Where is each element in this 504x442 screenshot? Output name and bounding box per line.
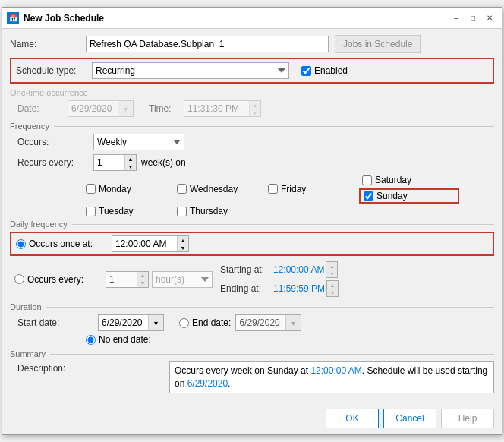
occurs-once-spinner-buttons: ▲ ▼ xyxy=(177,236,188,251)
thursday-checkbox-label: Thursday xyxy=(177,206,268,216)
window-controls: – □ ✕ xyxy=(449,11,497,25)
occurs-once-time-spinner: ▲ ▼ xyxy=(112,235,189,252)
daily-frequency-section: Occurs once at: ▲ ▼ Occurs every: xyxy=(10,232,494,299)
recurs-row: Recurs every: ▲ ▼ week(s) on xyxy=(17,154,494,171)
close-button[interactable]: ✕ xyxy=(482,11,497,25)
ok-button[interactable]: OK xyxy=(326,409,379,428)
sunday-checkbox-label: Sunday xyxy=(364,191,455,201)
time-up-button: ▲ xyxy=(250,101,260,109)
ending-label: Ending at: xyxy=(220,283,273,294)
starting-ending-section: Starting at: 12:00:00 AM ▲ ▼ Ending at: … xyxy=(220,261,339,297)
starting-value: 12:00:00 AM xyxy=(273,264,324,275)
tuesday-checkbox[interactable] xyxy=(86,207,96,216)
one-time-row: Date: ▾ Time: ▲ ▼ xyxy=(17,100,494,117)
saturday-wrap: Saturday xyxy=(359,174,459,186)
sunday-checkbox[interactable] xyxy=(364,191,373,201)
summary-row: Description: Occurs every week on Sunday… xyxy=(10,361,494,393)
title-bar: 📅 New Job Schedule – □ ✕ xyxy=(2,8,502,29)
start-date-input[interactable] xyxy=(99,315,148,330)
occurs-once-time-input[interactable] xyxy=(112,236,177,251)
ending-up-button: ▲ xyxy=(327,281,338,289)
daily-frequency-section-header: Daily frequency xyxy=(10,219,494,229)
occurs-label: Occurs: xyxy=(17,137,93,147)
occurs-every-spinner-buttons: ▲ ▼ xyxy=(137,272,148,287)
occurs-once-radio-label: Occurs once at: xyxy=(16,238,107,249)
friday-checkbox-label: Friday xyxy=(268,184,359,194)
starting-row: Starting at: 12:00:00 AM ▲ ▼ xyxy=(220,261,339,278)
starting-up-button: ▲ xyxy=(326,262,337,270)
end-date-spinner: ▾ xyxy=(235,314,301,331)
description-blue2: 6/29/2020 xyxy=(187,378,228,389)
enabled-label: Enabled xyxy=(314,65,348,76)
time-input xyxy=(184,101,249,116)
date-calendar-button: ▾ xyxy=(118,101,133,116)
jobs-in-schedule-button[interactable]: Jobs in Schedule xyxy=(335,35,421,53)
occurs-once-up-button[interactable]: ▲ xyxy=(178,236,188,244)
enabled-checkbox[interactable] xyxy=(301,66,311,76)
time-label: Time: xyxy=(149,103,179,114)
restore-button[interactable]: □ xyxy=(465,11,480,25)
description-blue1: 12:00:00 AM xyxy=(310,365,361,376)
time-down-button: ▼ xyxy=(250,109,260,116)
saturday-checkbox[interactable] xyxy=(362,175,372,185)
friday-checkbox[interactable] xyxy=(268,184,278,194)
sat-sun-col: Saturday Sunday xyxy=(359,174,459,204)
footer: OK Cancel Help xyxy=(2,404,502,434)
starting-spinner-buttons: ▲ ▼ xyxy=(326,261,338,278)
schedule-type-label: Schedule type: xyxy=(16,65,92,76)
thursday-checkbox[interactable] xyxy=(177,207,187,216)
occurs-every-down-button: ▼ xyxy=(137,279,148,287)
description-label: Description: xyxy=(17,361,93,374)
occurs-once-radio[interactable] xyxy=(16,239,26,249)
wednesday-checkbox-label: Wednesday xyxy=(177,184,268,194)
monday-checkbox[interactable] xyxy=(86,184,96,194)
saturday-checkbox-label: Saturday xyxy=(362,175,456,185)
wednesday-checkbox[interactable] xyxy=(177,184,187,194)
day-row-1: Monday Wednesday Friday Saturday xyxy=(86,174,494,204)
date-spinner: ▾ xyxy=(68,100,134,117)
description-box: Occurs every week on Sunday at 12:00:00 … xyxy=(169,361,494,393)
occurs-every-spinner: ▲ ▼ xyxy=(106,271,149,288)
occurs-once-down-button[interactable]: ▼ xyxy=(178,244,188,251)
occurs-once-row: Occurs once at: ▲ ▼ xyxy=(10,232,494,256)
end-date-calendar-button: ▾ xyxy=(285,315,301,330)
occurs-every-row: Occurs every: ▲ ▼ hour(s) Starting at: 1… xyxy=(10,259,494,299)
ending-row: Ending at: 11:59:59 PM ▲ ▼ xyxy=(220,280,339,297)
schedule-type-box: Schedule type: Recurring One time Enable… xyxy=(10,58,494,84)
minimize-button[interactable]: – xyxy=(449,11,464,25)
duration-row1: Start date: ▾ End date: ▾ xyxy=(10,314,494,331)
schedule-type-select[interactable]: Recurring One time xyxy=(92,62,289,79)
help-button[interactable]: Help xyxy=(441,409,494,428)
end-date-input xyxy=(236,315,285,330)
window-icon: 📅 xyxy=(7,12,19,24)
name-input[interactable] xyxy=(86,36,329,52)
occurs-every-input xyxy=(106,272,137,287)
start-date-calendar-button[interactable]: ▾ xyxy=(148,315,163,330)
time-spinner-buttons: ▲ ▼ xyxy=(249,101,260,116)
one-time-section-header: One-time occurrence xyxy=(10,88,494,97)
end-date-radio[interactable] xyxy=(179,318,189,328)
summary-section-header: Summary xyxy=(10,349,494,358)
no-end-date-radio[interactable] xyxy=(86,335,96,345)
date-label: Date: xyxy=(17,103,63,114)
description-text3: . xyxy=(228,378,230,389)
recurs-spinner: ▲ ▼ xyxy=(93,154,137,171)
date-input xyxy=(68,101,118,116)
start-date-spinner: ▾ xyxy=(98,314,164,331)
ending-down-button: ▼ xyxy=(327,289,338,296)
form-content: Name: Jobs in Schedule Schedule type: Re… xyxy=(2,29,502,404)
schedule-type-row: Schedule type: Recurring One time Enable… xyxy=(16,62,488,79)
recurs-down-button[interactable]: ▼ xyxy=(125,163,136,170)
ending-value: 11:59:59 PM xyxy=(273,283,325,294)
recurs-up-button[interactable]: ▲ xyxy=(125,155,136,163)
name-row: Name: Jobs in Schedule xyxy=(10,35,494,53)
enabled-checkbox-row: Enabled xyxy=(301,65,348,76)
recurs-spinner-buttons: ▲ ▼ xyxy=(124,155,136,170)
occurs-every-radio[interactable] xyxy=(14,274,24,284)
occurs-select[interactable]: Weekly Daily Monthly xyxy=(93,134,184,150)
tuesday-checkbox-label: Tuesday xyxy=(86,206,177,216)
recurs-input[interactable] xyxy=(94,155,124,170)
cancel-button[interactable]: Cancel xyxy=(383,409,436,428)
description-text1: Occurs every week on Sunday at xyxy=(175,365,310,376)
duration-section-header: Duration xyxy=(10,302,494,311)
